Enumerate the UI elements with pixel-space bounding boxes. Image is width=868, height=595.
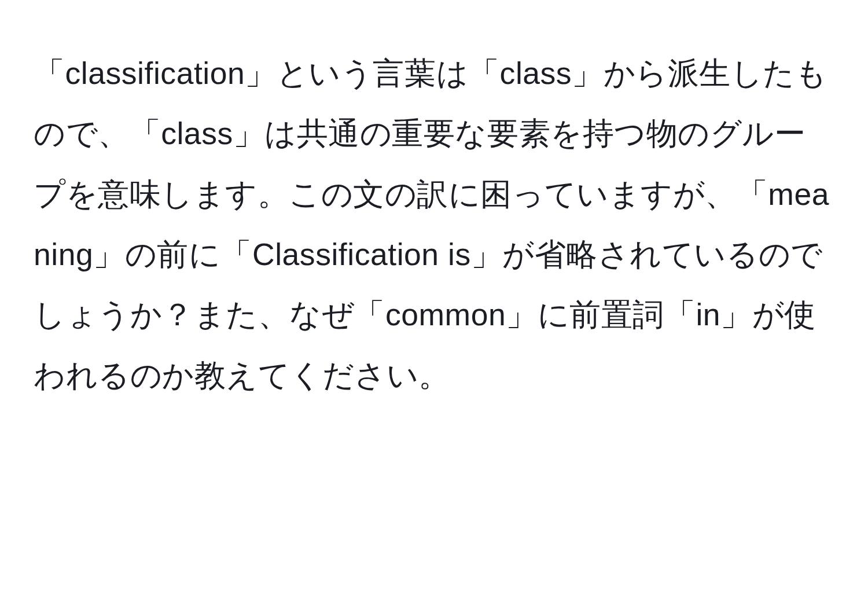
document-body-text: 「classification」という言葉は「class」から派生したもので、「…: [34, 43, 834, 406]
